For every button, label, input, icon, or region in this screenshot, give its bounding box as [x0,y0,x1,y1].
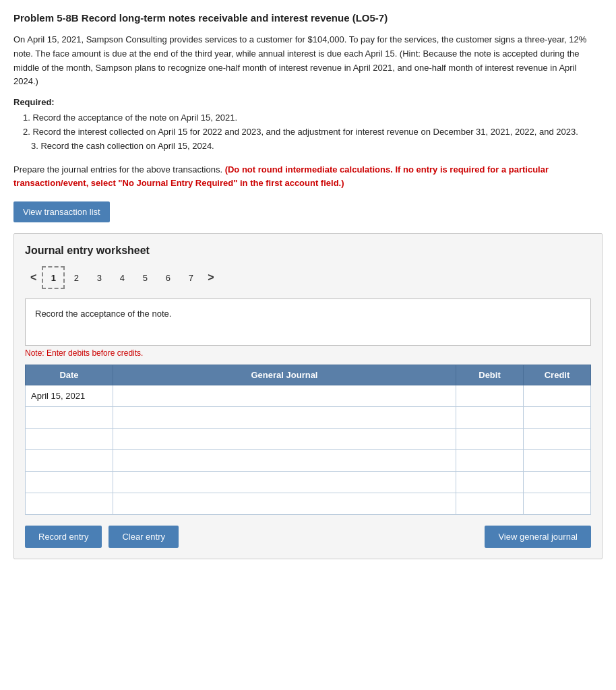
tab-1[interactable]: 1 [42,266,65,289]
row-6-credit-input[interactable] [529,499,585,509]
note-box: Record the acceptance of the note. [25,299,591,346]
row-5-date [26,472,113,493]
row-4-gj[interactable] [113,450,456,472]
row-2-date [26,407,113,429]
row-3-date [26,429,113,450]
table-row: April 15, 2021 [26,385,591,407]
row-4-debit-input[interactable] [462,456,518,466]
note-text: Record the acceptance of the note. [35,309,171,319]
row-5-debit[interactable] [456,472,524,493]
required-section: Required: 1. Record the acceptance of th… [13,97,603,153]
action-buttons: Record entry Clear entry View general jo… [25,526,591,548]
worksheet-title: Journal entry worksheet [25,245,591,257]
row-5-credit-input[interactable] [529,477,585,487]
col-header-credit: Credit [524,365,591,385]
row-4-debit[interactable] [456,450,524,472]
row-1-debit[interactable] [456,385,524,407]
requirement-1: 1. Record the acceptance of the note on … [13,111,603,125]
view-general-journal-button[interactable]: View general journal [485,526,591,548]
tab-next-arrow[interactable]: > [202,269,219,286]
requirement-2: 2. Record the interest collected on Apri… [13,125,603,139]
row-5-gj[interactable] [113,472,456,493]
tab-3[interactable]: 3 [88,266,111,289]
col-header-debit: Debit [456,365,524,385]
row-4-gj-input[interactable] [119,456,450,466]
table-row [26,472,591,493]
row-3-debit-input[interactable] [462,434,518,444]
col-header-gj: General Journal [113,365,456,385]
requirement-3: 3. Record the cash collection on April 1… [13,139,603,154]
problem-title: Problem 5-8B Record long-term notes rece… [13,12,603,24]
tab-navigation: < 1 2 3 4 5 6 7 > [25,266,591,289]
row-1-debit-input[interactable] [462,391,518,401]
note-warning: Note: Enter debits before credits. [25,348,591,358]
row-6-debit-input[interactable] [462,499,518,509]
row-6-gj-input[interactable] [119,499,450,509]
tab-prev-arrow[interactable]: < [25,269,42,286]
row-5-credit[interactable] [524,472,591,493]
row-5-debit-input[interactable] [462,477,518,487]
row-2-debit[interactable] [456,407,524,429]
row-2-gj-input[interactable] [119,412,450,422]
row-1-credit-input[interactable] [529,391,585,401]
clear-entry-button[interactable]: Clear entry [109,526,179,548]
record-entry-button[interactable]: Record entry [25,526,102,548]
row-3-credit[interactable] [524,429,591,450]
row-1-gj[interactable] [113,385,456,407]
row-2-debit-input[interactable] [462,412,518,422]
row-6-gj[interactable] [113,493,456,515]
row-3-gj[interactable] [113,429,456,450]
col-header-date: Date [26,365,113,385]
row-5-gj-input[interactable] [119,477,450,487]
row-6-debit[interactable] [456,493,524,515]
tab-6[interactable]: 6 [156,266,179,289]
row-3-gj-input[interactable] [119,434,450,444]
row-6-credit[interactable] [524,493,591,515]
row-2-gj[interactable] [113,407,456,429]
table-row [26,407,591,429]
problem-description: On April 15, 2021, Sampson Consulting pr… [13,33,603,89]
requirements-list: 1. Record the acceptance of the note on … [13,111,603,153]
view-transaction-button[interactable]: View transaction list [13,201,110,222]
row-6-date [26,493,113,515]
table-row [26,493,591,515]
table-row [26,429,591,450]
row-1-credit[interactable] [524,385,591,407]
journal-entry-worksheet: Journal entry worksheet < 1 2 3 4 5 6 7 … [13,233,603,559]
row-3-credit-input[interactable] [529,434,585,444]
row-1-date: April 15, 2021 [26,385,113,407]
journal-table: Date General Journal Debit Credit April … [25,365,591,515]
required-label: Required: [13,97,603,107]
row-4-credit-input[interactable] [529,456,585,466]
row-4-date [26,450,113,472]
row-2-credit-input[interactable] [529,412,585,422]
row-1-gj-input[interactable] [119,391,450,401]
tab-4[interactable]: 4 [111,266,133,289]
tab-7[interactable]: 7 [179,266,202,289]
row-4-credit[interactable] [524,450,591,472]
table-row [26,450,591,472]
tab-2[interactable]: 2 [65,266,88,289]
row-2-credit[interactable] [524,407,591,429]
instruction-text: Prepare the journal entries for the abov… [13,163,603,191]
tab-5[interactable]: 5 [133,266,156,289]
row-3-debit[interactable] [456,429,524,450]
